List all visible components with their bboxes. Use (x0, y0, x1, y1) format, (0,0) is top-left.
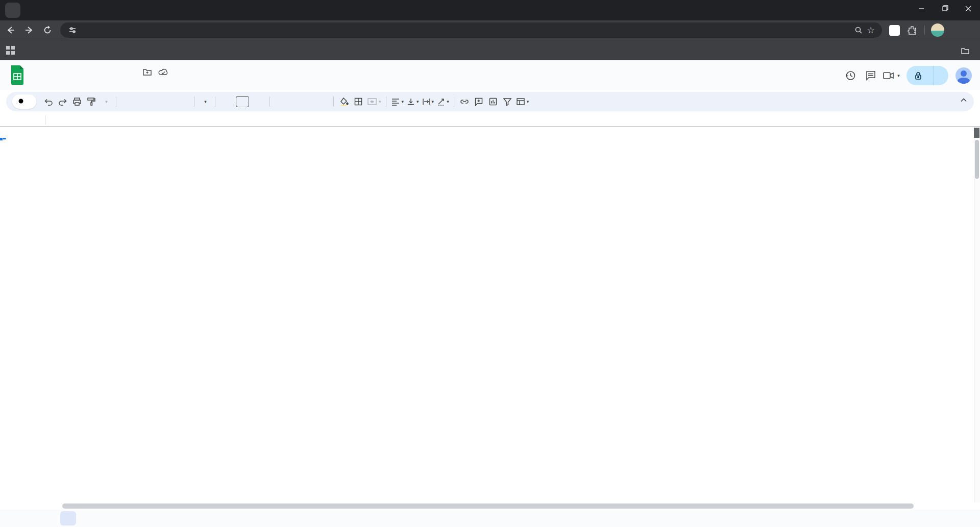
all-bookmarks-button[interactable] (961, 47, 973, 54)
filter-views-button[interactable]: ▾ (514, 94, 531, 109)
maximize-button[interactable] (933, 0, 957, 17)
comment-history-icon[interactable] (861, 65, 881, 86)
scrollbar-corner (974, 128, 979, 138)
print-button[interactable] (70, 94, 84, 109)
formula-bar (0, 113, 980, 127)
increase-font-size-button[interactable] (252, 94, 266, 109)
redo-button[interactable] (56, 94, 70, 109)
close-button[interactable] (957, 0, 980, 17)
bookmarks-bar (0, 40, 980, 60)
sheets-toolbar: ▾ ▾ ▾ ▾ ▾ ▾ ▾ ▾ (6, 92, 974, 111)
text-rotation-button[interactable]: ▾ (435, 94, 451, 109)
font-size-input[interactable] (236, 96, 249, 107)
browser-tab-strip (0, 0, 980, 20)
column-headers (0, 127, 974, 138)
paint-format-button[interactable] (84, 94, 99, 109)
sheet-tab-sheet1[interactable] (60, 511, 76, 525)
spreadsheet-grid (0, 127, 974, 502)
zoom-select[interactable]: ▾ (99, 94, 113, 109)
add-sheet-button[interactable] (18, 510, 35, 526)
insert-comment-button[interactable] (472, 94, 486, 109)
decrease-decimal-button[interactable] (148, 94, 162, 109)
create-filter-button[interactable] (500, 94, 514, 109)
sheets-header: ▾ (0, 60, 980, 90)
strikethrough-button[interactable] (302, 94, 316, 109)
translate-extension-icon[interactable] (889, 25, 900, 36)
fill-handle[interactable] (0, 137, 3, 141)
insert-link-button[interactable] (457, 94, 472, 109)
move-folder-icon[interactable] (143, 68, 152, 76)
borders-button[interactable] (351, 94, 365, 109)
italic-button[interactable] (287, 94, 302, 109)
share-dropdown[interactable] (933, 66, 948, 85)
more-formats-button[interactable] (177, 94, 191, 109)
merge-cells-button[interactable]: ▾ (365, 94, 383, 109)
vertical-align-button[interactable]: ▾ (405, 94, 421, 109)
new-tab-button[interactable] (26, 3, 40, 17)
tab-search-button[interactable] (5, 3, 20, 18)
vertical-scrollbar[interactable] (974, 127, 980, 502)
zoom-icon[interactable] (852, 24, 865, 36)
meet-camera-icon[interactable]: ▾ (881, 65, 901, 86)
fill-color-button[interactable] (337, 94, 351, 109)
horizontal-scrollbar-thumb[interactable] (62, 504, 914, 509)
search-icon (17, 98, 26, 106)
reload-button[interactable] (40, 22, 55, 38)
version-history-icon[interactable] (840, 65, 861, 86)
selected-cell-outline[interactable] (0, 138, 2, 140)
bold-button[interactable] (273, 94, 287, 109)
horizontal-align-button[interactable]: ▾ (389, 94, 406, 109)
forward-button[interactable] (21, 22, 37, 38)
minimize-button[interactable] (910, 0, 933, 17)
cloud-status-icon[interactable] (158, 68, 168, 76)
sheets-logo-icon[interactable] (10, 65, 24, 85)
vertical-scrollbar-thumb[interactable] (975, 140, 979, 179)
browser-navigation-bar: ☆ (0, 20, 980, 40)
lock-icon (915, 71, 922, 80)
menus-search-button[interactable] (12, 94, 36, 109)
format-percent-button[interactable] (134, 94, 148, 109)
back-button[interactable] (3, 22, 18, 38)
toolbar-divider (924, 26, 925, 35)
browser-profile-avatar[interactable] (931, 23, 944, 37)
increase-decimal-button[interactable] (162, 94, 177, 109)
apps-grid-icon[interactable] (6, 46, 15, 55)
decrease-font-size-button[interactable] (218, 94, 233, 109)
site-settings-icon[interactable] (66, 24, 79, 36)
extensions-icon[interactable] (906, 24, 918, 36)
horizontal-scrollbar[interactable] (0, 502, 980, 510)
text-wrap-button[interactable]: ▾ (421, 94, 436, 109)
account-avatar[interactable] (955, 67, 972, 84)
share-button[interactable] (906, 66, 933, 85)
undo-button[interactable] (41, 94, 56, 109)
hide-menus-button[interactable] (960, 96, 968, 105)
format-currency-button[interactable] (119, 94, 134, 109)
sheet-tab-bar (0, 510, 980, 527)
window-controls (910, 0, 980, 17)
bookmark-star-icon[interactable]: ☆ (865, 24, 877, 36)
functions-button[interactable] (530, 94, 545, 109)
font-select[interactable]: ▾ (198, 94, 212, 109)
folder-icon (961, 47, 969, 54)
insert-chart-button[interactable] (486, 94, 500, 109)
all-sheets-button[interactable] (35, 510, 51, 526)
address-bar[interactable]: ☆ (60, 22, 882, 38)
